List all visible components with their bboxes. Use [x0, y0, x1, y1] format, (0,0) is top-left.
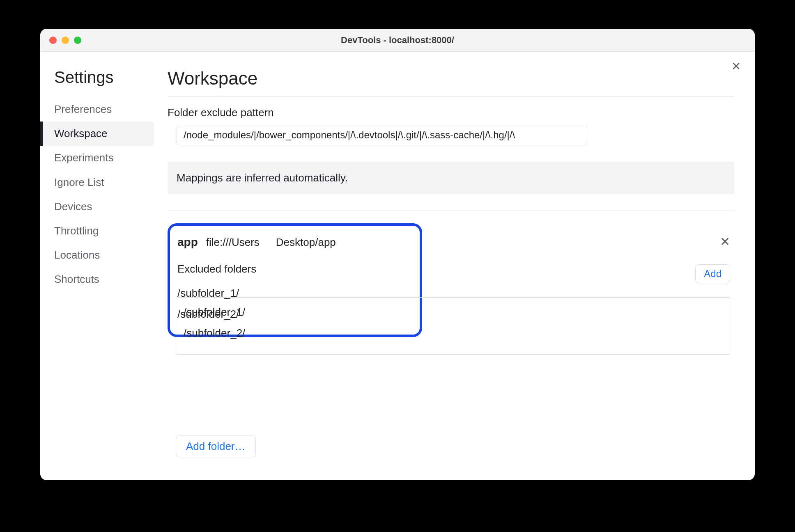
- workspace-panel: Workspace Folder exclude pattern Mapping…: [159, 52, 755, 480]
- devtools-window: DevTools - localhost:8000/ ✕ Settings Pr…: [40, 29, 755, 480]
- excluded-list-item[interactable]: /subfolder_1/: [176, 302, 730, 323]
- nav-locations[interactable]: Locations: [40, 243, 159, 267]
- nav-devices[interactable]: Devices: [40, 195, 159, 219]
- folder-path-suffix: Desktop/app: [276, 236, 336, 249]
- exclude-pattern-label: Folder exclude pattern: [168, 106, 734, 119]
- folder-name: app: [177, 236, 198, 249]
- folder-path: file:///Users Desktop/app: [206, 236, 336, 249]
- section-divider: [168, 211, 734, 211]
- settings-title: Settings: [40, 68, 159, 87]
- add-folder-button[interactable]: Add folder…: [176, 436, 256, 457]
- nav-workspace[interactable]: Workspace: [40, 122, 154, 146]
- excluded-folders-label: Excluded folders: [177, 263, 256, 275]
- settings-nav: Preferences Workspace Experiments Ignore…: [40, 97, 159, 292]
- folder-header: app file:///Users Desktop/app: [177, 236, 410, 249]
- nav-ignore-list[interactable]: Ignore List: [40, 170, 159, 195]
- nav-shortcuts[interactable]: Shortcuts: [40, 267, 159, 291]
- nav-throttling[interactable]: Throttling: [40, 219, 159, 243]
- titlebar: DevTools - localhost:8000/: [40, 29, 755, 52]
- workspace-folder-block: ✕ Add app file:///Users Desktop/app Excl…: [168, 223, 734, 457]
- page-title: Workspace: [168, 68, 734, 96]
- exclude-pattern-input[interactable]: [177, 125, 587, 145]
- remove-folder-icon[interactable]: ✕: [720, 236, 730, 248]
- close-icon[interactable]: ✕: [731, 61, 741, 72]
- settings-sidebar: Settings Preferences Workspace Experimen…: [40, 52, 159, 480]
- folder-path-prefix: file:///Users: [206, 236, 260, 249]
- add-excluded-button[interactable]: Add: [695, 264, 730, 283]
- excluded-row: Excluded folders: [177, 263, 410, 275]
- nav-experiments[interactable]: Experiments: [40, 146, 159, 170]
- info-banner: Mappings are inferred automatically.: [168, 162, 734, 194]
- excluded-listbox: /subfolder_1/ /subfolder_2/: [176, 297, 730, 355]
- excluded-list-item[interactable]: /subfolder_2/: [176, 323, 730, 344]
- nav-preferences[interactable]: Preferences: [40, 97, 159, 122]
- window-body: ✕ Settings Preferences Workspace Experim…: [40, 52, 755, 480]
- window-title: DevTools - localhost:8000/: [40, 35, 755, 46]
